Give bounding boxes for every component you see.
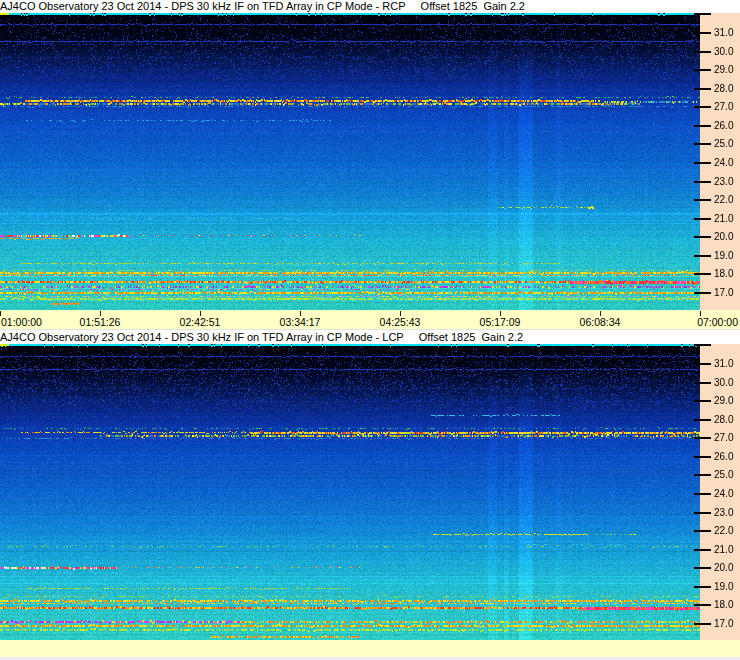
freq-tick: [694, 344, 711, 346]
freq-tick-label: 31.0: [714, 28, 733, 38]
freq-tick: [694, 69, 711, 71]
freq-tick-label: 30.0: [714, 378, 733, 388]
freq-tick-label: 25.0: [714, 139, 733, 149]
freq-tick-label: 22.0: [714, 195, 733, 205]
freq-tick-label: 23.0: [714, 508, 733, 518]
freq-tick-label: 23.0: [714, 177, 733, 187]
freq-tick: [694, 143, 711, 145]
freq-tick: [694, 549, 711, 551]
freq-tick-label: 26.0: [714, 452, 733, 462]
freq-tick: [694, 419, 711, 421]
spectrogram-lcp: [0, 344, 700, 640]
freq-tick: [694, 106, 711, 108]
freq-tick-label: 21.0: [714, 545, 733, 555]
freq-axis-rcp: 31.030.029.028.027.026.025.024.023.022.0…: [700, 13, 740, 310]
time-label: 04:25:43: [380, 316, 421, 328]
freq-tick: [694, 125, 711, 127]
freq-tick-label: 19.0: [714, 251, 733, 261]
freq-tick: [694, 512, 711, 514]
freq-tick-label: 20.0: [714, 563, 733, 573]
freq-tick: [694, 456, 711, 458]
freq-tick-label: 29.0: [714, 65, 733, 75]
freq-tick-label: 27.0: [714, 433, 733, 443]
freq-tick: [694, 32, 711, 34]
freq-tick: [694, 255, 711, 257]
freq-tick-label: 18.0: [714, 600, 733, 610]
freq-tick: [694, 181, 711, 183]
freq-tick: [694, 51, 711, 53]
spectrogram-rcp: [0, 13, 700, 310]
freq-tick: [694, 199, 711, 201]
freq-tick-label: 29.0: [714, 396, 733, 406]
freq-axis-lcp: 31.030.029.028.027.026.025.024.023.022.0…: [700, 344, 740, 640]
freq-tick: [694, 13, 711, 15]
time-label: 02:42:51: [180, 316, 221, 328]
freq-tick-label: 28.0: [714, 84, 733, 94]
freq-tick-label: 24.0: [714, 158, 733, 168]
freq-tick-label: 27.0: [714, 102, 733, 112]
panel-title-rcp: AJ4CO Observatory 23 Oct 2014 - DPS 30 k…: [0, 0, 740, 13]
freq-tick-label: 31.0: [714, 359, 733, 369]
freq-tick: [694, 530, 711, 532]
freq-tick: [694, 382, 711, 384]
freq-tick: [694, 236, 711, 238]
freq-tick: [694, 474, 711, 476]
freq-tick: [694, 292, 711, 294]
freq-tick: [694, 493, 711, 495]
time-label: 01:00:00: [1, 316, 42, 328]
freq-tick: [694, 400, 711, 402]
freq-tick: [694, 162, 711, 164]
freq-tick-label: 24.0: [714, 489, 733, 499]
freq-tick: [694, 218, 711, 220]
freq-tick: [694, 567, 711, 569]
freq-tick: [694, 623, 711, 625]
freq-tick-label: 20.0: [714, 232, 733, 242]
panel-title-lcp: AJ4CO Observatory 23 Oct 2014 - DPS 30 k…: [0, 330, 740, 344]
time-label: 05:17:09: [480, 316, 521, 328]
freq-tick: [694, 273, 711, 275]
freq-tick-label: 17.0: [714, 619, 733, 629]
freq-tick: [694, 586, 711, 588]
time-label: 01:51:26: [80, 316, 121, 328]
freq-tick-label: 18.0: [714, 269, 733, 279]
freq-tick-label: 22.0: [714, 526, 733, 536]
freq-tick: [694, 604, 711, 606]
freq-tick-label: 30.0: [714, 47, 733, 57]
freq-tick-label: 21.0: [714, 214, 733, 224]
bottom-spacer: [0, 640, 740, 660]
time-label: 07:00:00: [697, 316, 738, 328]
freq-tick: [694, 437, 711, 439]
freq-tick-label: 26.0: [714, 121, 733, 131]
time-label: 03:34:17: [280, 316, 321, 328]
freq-tick: [694, 88, 711, 90]
time-axis: 01:00:0001:51:2602:42:5103:34:1704:25:43…: [0, 310, 740, 330]
freq-tick: [694, 363, 711, 365]
time-label: 06:08:34: [580, 316, 621, 328]
freq-tick-label: 19.0: [714, 582, 733, 592]
freq-tick-label: 28.0: [714, 415, 733, 425]
freq-tick-label: 17.0: [714, 288, 733, 298]
freq-tick-label: 25.0: [714, 470, 733, 480]
app-window: AJ4CO Observatory 23 Oct 2014 - DPS 30 k…: [0, 0, 740, 660]
